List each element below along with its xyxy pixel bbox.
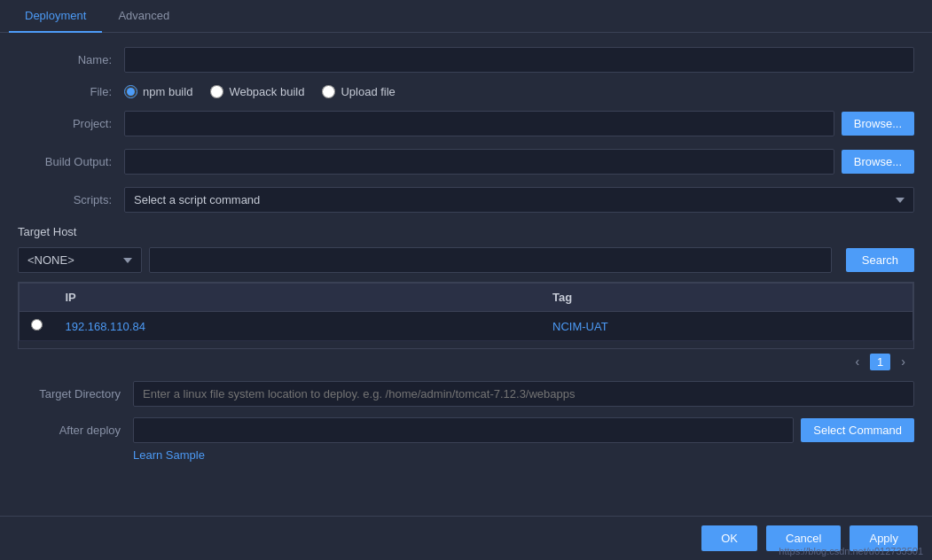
tab-advanced[interactable]: Advanced	[102, 0, 185, 33]
pagination: ‹ 1 ›	[18, 353, 914, 370]
scripts-select[interactable]: Select a script command	[124, 187, 914, 213]
table-header-tag: Tag	[542, 284, 912, 312]
target-dir-label: Target Directory	[18, 387, 133, 401]
file-label: File:	[18, 85, 124, 98]
target-host-title: Target Host	[18, 225, 914, 238]
project-label: Project:	[18, 117, 124, 130]
project-control: Browse...	[124, 111, 914, 136]
build-output-row: Build Output: Browse...	[18, 149, 914, 175]
learn-sample-row: Learn Sample	[133, 448, 914, 462]
page-number-button[interactable]: 1	[870, 354, 890, 370]
name-label: Name:	[18, 53, 124, 66]
page-next-button[interactable]: ›	[896, 353, 911, 370]
host-table-wrapper: IP Tag 192.168.110.84 NCIM-UAT	[18, 282, 914, 349]
host-table: IP Tag 192.168.110.84 NCIM-UAT	[19, 283, 913, 341]
none-dropdown[interactable]: <NONE>	[18, 247, 142, 273]
build-output-browse-button[interactable]: Browse...	[842, 150, 914, 174]
build-output-control: Browse...	[124, 149, 914, 175]
scripts-label: Scripts:	[18, 193, 124, 206]
ok-button[interactable]: OK	[701, 525, 757, 551]
form-content: Name: File: npm build Webpack build Uplo	[0, 33, 932, 516]
project-row: Project: Browse...	[18, 111, 914, 136]
after-deploy-input[interactable]: sh /home/admin/tomcat-7.12.3/bn/startup.…	[133, 417, 794, 443]
file-row: File: npm build Webpack build Upload fil…	[18, 85, 914, 98]
name-input[interactable]	[124, 47, 914, 73]
project-browse-button[interactable]: Browse...	[842, 112, 914, 136]
scripts-row: Scripts: Select a script command	[18, 187, 914, 213]
row-radio[interactable]	[31, 319, 43, 331]
target-host-row: <NONE> Search	[18, 247, 914, 273]
tab-deployment[interactable]: Deployment	[9, 0, 102, 33]
row-tag: NCIM-UAT	[542, 312, 912, 341]
target-dir-row: Target Directory	[18, 381, 914, 407]
radio-webpack[interactable]: Webpack build	[210, 85, 304, 98]
row-ip: 192.168.110.84	[55, 312, 543, 341]
table-header-row: IP Tag	[20, 284, 913, 312]
after-deploy-label: After deploy	[18, 424, 133, 437]
tag-input[interactable]	[149, 247, 832, 273]
row-radio-cell[interactable]	[20, 312, 55, 341]
main-container: Deployment Advanced Name: File: npm buil…	[0, 0, 932, 560]
radio-npm[interactable]: npm build	[124, 85, 192, 98]
build-output-input[interactable]	[124, 149, 834, 175]
select-command-button[interactable]: Select Command	[801, 418, 914, 442]
table-row: 192.168.110.84 NCIM-UAT	[20, 312, 913, 341]
target-host-section: Target Host <NONE> Search IP Tag	[18, 225, 914, 370]
target-dir-input[interactable]	[133, 381, 914, 407]
name-control	[124, 47, 914, 73]
name-row: Name:	[18, 47, 914, 73]
table-header-select	[20, 284, 55, 312]
learn-sample-link[interactable]: Learn Sample	[133, 448, 205, 462]
watermark: https://blog.csdn.net/u012733501	[779, 546, 923, 556]
project-input[interactable]	[124, 111, 834, 136]
table-header-ip: IP	[55, 284, 543, 312]
after-deploy-row: After deploy sh /home/admin/tomcat-7.12.…	[18, 417, 914, 443]
page-prev-button[interactable]: ‹	[850, 353, 865, 370]
search-button[interactable]: Search	[846, 248, 914, 272]
scripts-control: Select a script command	[124, 187, 914, 213]
tab-bar: Deployment Advanced	[0, 0, 932, 33]
file-options: npm build Webpack build Upload file	[124, 85, 914, 98]
radio-upload[interactable]: Upload file	[322, 85, 395, 98]
build-output-label: Build Output:	[18, 155, 124, 168]
